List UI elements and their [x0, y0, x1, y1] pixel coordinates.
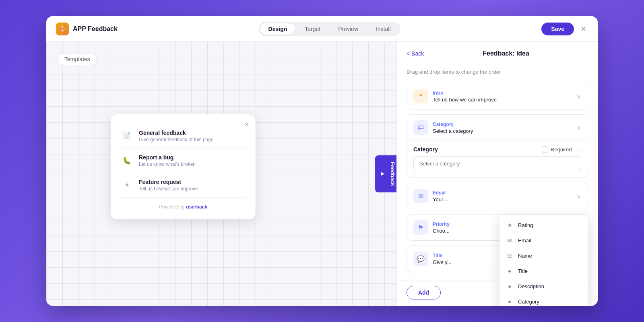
- feedback-tab-label: Feedback: [390, 162, 396, 186]
- app-window: 🎨 APP Feedback Design Target Preview Ins…: [46, 16, 598, 306]
- save-button[interactable]: Save: [541, 23, 574, 35]
- drag-hint: Drag and drop items to change the order: [397, 64, 598, 80]
- feature-feedback-icon: ✦: [120, 179, 133, 192]
- name-dropdown-icon: ⊟: [506, 252, 513, 259]
- templates-button[interactable]: Templates: [58, 53, 97, 65]
- priority-icon: ⚑: [413, 220, 428, 235]
- title-text: Title Give y...: [433, 253, 452, 265]
- bug-feedback-icon: 🐛: [120, 154, 133, 167]
- tab-install[interactable]: Install: [368, 23, 399, 35]
- rating-dropdown-icon: ★: [506, 221, 513, 229]
- feedback-option-general-text: General feedback Give general feedback o…: [139, 130, 213, 142]
- feedback-tab-arrow-icon: ▲: [380, 170, 386, 178]
- dropdown-item-name-label: Name: [518, 253, 532, 259]
- back-button[interactable]: < Back: [407, 50, 424, 57]
- dropdown-item-title-label: Title: [518, 268, 528, 274]
- feedback-option-feature-text: Feature request Tell us how we can impro…: [139, 179, 198, 192]
- dropdown-item-name[interactable]: ⊟ Name: [500, 248, 588, 263]
- feedback-widget-card: ✕ 📄 General feedback Give general feedba…: [111, 114, 256, 219]
- intro-icon: ❝: [413, 89, 428, 103]
- header-actions: Save ✕: [541, 23, 588, 35]
- tab-design[interactable]: Design: [260, 23, 295, 35]
- category-icon: 🏷: [413, 120, 428, 135]
- tab-preview[interactable]: Preview: [330, 23, 366, 35]
- general-feedback-icon: 📄: [120, 130, 133, 142]
- powered-by-text: Powered by: [159, 204, 184, 210]
- email-label: Email: [433, 190, 447, 196]
- panel-item-category: 🏷 Category Select a category ∧ Category: [407, 114, 588, 178]
- title-dropdown-icon: ●: [506, 267, 513, 275]
- category-controls: Required ...: [542, 146, 581, 153]
- intro-label: Intro: [433, 90, 497, 96]
- dropdown-item-email-label: Email: [518, 237, 531, 244]
- title-value: Give y...: [433, 259, 452, 265]
- app-logo-icon: 🎨: [56, 23, 69, 35]
- intro-text: Intro Tell us how we can improve: [433, 90, 497, 103]
- email-text: Email Your...: [433, 190, 447, 202]
- title-label: Title: [433, 253, 452, 258]
- category-controls-row: Category Required ...: [413, 141, 581, 156]
- dropdown-item-category-label: Category: [518, 299, 539, 305]
- description-dropdown-icon: ●: [506, 283, 513, 290]
- panel-header: < Back Feedback: Idea: [397, 42, 598, 64]
- panel-title: Feedback: Idea: [483, 50, 529, 57]
- email-icon: ✉: [413, 189, 428, 203]
- feedback-option-general[interactable]: 📄 General feedback Give general feedback…: [120, 124, 246, 149]
- dropdown-item-title[interactable]: ● Title: [500, 263, 588, 279]
- panel-item-email-header[interactable]: ✉ Email Your... ∨: [407, 183, 588, 209]
- intro-value: Tell us how we can improve: [433, 97, 497, 103]
- dropdown-item-email[interactable]: ✉ Email: [500, 233, 588, 248]
- feedback-option-bug[interactable]: 🐛 Report a bug Let us know what's broken: [120, 149, 246, 173]
- category-text: Category Select a category: [433, 122, 473, 134]
- header: 🎨 APP Feedback Design Target Preview Ins…: [46, 16, 598, 42]
- more-options-button[interactable]: ...: [576, 146, 581, 153]
- category-dropdown: ★ Rating ✉ Email ⊟ Name ● Title ● Desc: [500, 215, 588, 306]
- email-value: Your...: [433, 196, 447, 202]
- feature-feedback-title: Feature request: [139, 179, 198, 185]
- panel-item-intro: ❝ Intro Tell us how we can improve ∨: [407, 83, 588, 109]
- intro-chevron-icon: ∨: [576, 93, 581, 100]
- brand-name: userback: [186, 204, 207, 210]
- dropdown-item-rating[interactable]: ★ Rating: [500, 217, 588, 233]
- panel-item-category-header[interactable]: 🏷 Category Select a category ∧: [407, 115, 588, 140]
- category-value: Select a category: [433, 128, 473, 134]
- required-checkbox-label[interactable]: Required: [542, 146, 572, 153]
- bug-feedback-title: Report a bug: [139, 154, 196, 161]
- category-dropdown-icon: ●: [506, 298, 513, 305]
- feedback-tab[interactable]: Feedback ▲: [375, 155, 396, 192]
- dropdown-item-category[interactable]: ● Category: [500, 294, 588, 306]
- feedback-card-close-button[interactable]: ✕: [244, 121, 249, 128]
- powered-by: Powered by userback: [120, 204, 246, 210]
- bug-feedback-desc: Let us know what's broken: [139, 161, 196, 167]
- panel-item-intro-header[interactable]: ❝ Intro Tell us how we can improve ∨: [407, 83, 588, 109]
- email-dropdown-icon: ✉: [506, 237, 513, 244]
- category-select-input[interactable]: [413, 156, 581, 171]
- dropdown-item-description[interactable]: ● Description: [500, 279, 588, 294]
- required-label: Required: [551, 147, 572, 153]
- category-section-label: Category: [413, 146, 438, 153]
- category-chevron-icon: ∧: [576, 124, 581, 132]
- app-body: Templates ✕ 📄 General feedback Give gene…: [46, 42, 598, 306]
- add-button[interactable]: Add: [407, 286, 441, 299]
- feedback-option-feature[interactable]: ✦ Feature request Tell us how we can imp…: [120, 173, 246, 198]
- priority-label: Priority: [433, 221, 450, 227]
- feature-feedback-desc: Tell us how we can improve: [139, 186, 198, 192]
- required-checkbox-box[interactable]: [542, 146, 548, 153]
- app-title: APP Feedback: [73, 25, 118, 33]
- panel-item-email: ✉ Email Your... ∨: [407, 183, 588, 209]
- email-chevron-icon: ∨: [576, 192, 581, 200]
- general-feedback-title: General feedback: [139, 130, 213, 136]
- general-feedback-desc: Give general feedback of this page: [139, 137, 213, 142]
- close-button[interactable]: ✕: [579, 23, 588, 35]
- priority-value: Choo...: [433, 228, 450, 234]
- dropdown-item-rating-label: Rating: [518, 222, 533, 228]
- category-label: Category: [433, 122, 473, 127]
- title-icon: 💬: [413, 252, 428, 266]
- dropdown-item-description-label: Description: [518, 283, 544, 289]
- feedback-option-bug-text: Report a bug Let us know what's broken: [139, 154, 196, 167]
- category-expanded-body: Category Required ...: [407, 140, 588, 178]
- tab-target[interactable]: Target: [297, 23, 328, 35]
- right-panel: < Back Feedback: Idea Drag and drop item…: [396, 42, 598, 306]
- header-tabs: Design Target Preview Install: [259, 22, 400, 36]
- priority-text: Priority Choo...: [433, 221, 450, 234]
